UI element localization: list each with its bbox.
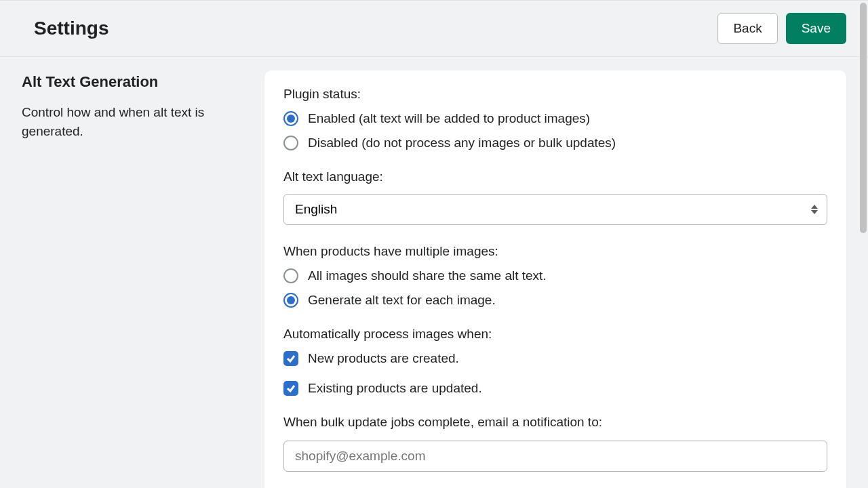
checkbox-label: New products are created. — [308, 351, 459, 366]
radio-label: Disabled (do not process any images or b… — [308, 136, 616, 150]
notification-email-label: When bulk update jobs complete, email a … — [283, 415, 827, 430]
page-title: Settings — [34, 18, 108, 39]
notification-email-input[interactable] — [283, 441, 827, 472]
language-select-wrapper: English — [283, 194, 827, 225]
multiple-images-label: When products have multiple images: — [283, 244, 827, 259]
radio-icon — [283, 293, 298, 308]
language-group: Alt text language: English — [283, 169, 827, 225]
radio-generate-each[interactable]: Generate alt text for each image. — [283, 293, 827, 308]
section-sidebar: Alt Text Generation Control how and when… — [22, 70, 245, 488]
checkbox-new-products[interactable]: New products are created. — [283, 351, 827, 366]
radio-icon — [283, 136, 298, 150]
language-label: Alt text language: — [283, 169, 827, 184]
plugin-status-group: Plugin status: Enabled (alt text will be… — [283, 87, 827, 150]
radio-disabled[interactable]: Disabled (do not process any images or b… — [283, 136, 827, 150]
radio-share-alt-text[interactable]: All images should share the same alt tex… — [283, 268, 827, 283]
multiple-images-group: When products have multiple images: All … — [283, 244, 827, 308]
checkbox-label: Existing products are updated. — [308, 381, 482, 396]
notification-email-group: When bulk update jobs complete, email a … — [283, 415, 827, 472]
language-select[interactable]: English — [283, 194, 827, 225]
radio-enabled[interactable]: Enabled (alt text will be added to produ… — [283, 111, 827, 126]
back-button[interactable]: Back — [717, 13, 777, 44]
page-header: Settings Back Save — [0, 0, 868, 57]
auto-process-group: Automatically process images when: New p… — [283, 327, 827, 396]
content-area: Alt Text Generation Control how and when… — [0, 57, 868, 488]
radio-icon — [283, 268, 298, 283]
checkbox-checked-icon — [283, 351, 298, 366]
auto-process-label: Automatically process images when: — [283, 327, 827, 342]
plugin-status-label: Plugin status: — [283, 87, 827, 102]
save-button[interactable]: Save — [786, 13, 846, 44]
radio-icon — [283, 111, 298, 126]
section-description: Control how and when alt text is generat… — [22, 103, 245, 140]
header-actions: Back Save — [717, 13, 846, 44]
checkbox-checked-icon — [283, 381, 298, 396]
settings-card: Plugin status: Enabled (alt text will be… — [264, 70, 846, 488]
radio-label: Generate alt text for each image. — [308, 293, 496, 308]
section-title: Alt Text Generation — [22, 73, 245, 91]
radio-label: Enabled (alt text will be added to produ… — [308, 111, 590, 126]
scrollbar[interactable] — [860, 3, 867, 233]
checkbox-existing-products[interactable]: Existing products are updated. — [283, 381, 827, 396]
radio-label: All images should share the same alt tex… — [308, 268, 547, 283]
